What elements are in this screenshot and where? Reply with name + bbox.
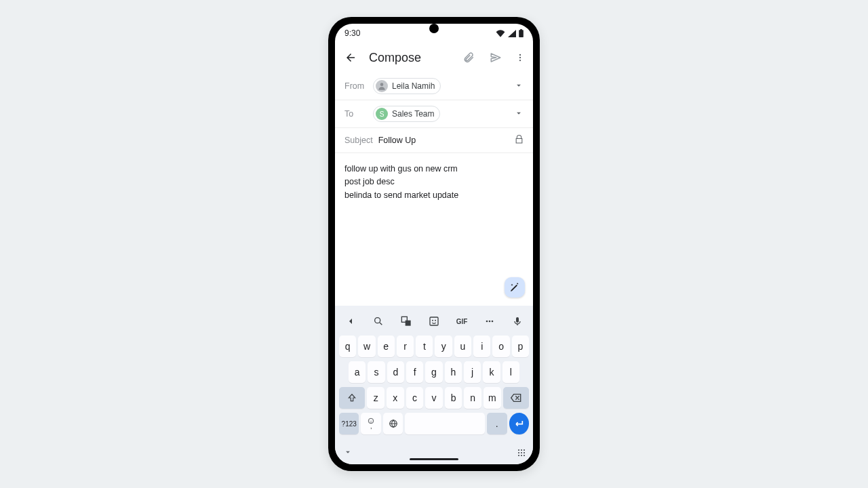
kb-row-1: q w e r t y u i o p (338, 336, 530, 357)
sticker-icon (429, 316, 439, 327)
svg-point-2 (519, 60, 521, 61)
email-body[interactable]: follow up with gus on new crm post job d… (335, 153, 533, 306)
svg-point-11 (489, 321, 491, 323)
key-symbols[interactable]: ?123 (339, 413, 359, 434)
key-w[interactable]: w (358, 336, 375, 357)
key-k[interactable]: k (483, 361, 500, 383)
key-u[interactable]: u (454, 336, 471, 357)
status-icons (496, 29, 524, 37)
kb-search[interactable] (370, 312, 387, 330)
wifi-icon (496, 30, 505, 37)
key-space[interactable] (405, 413, 485, 434)
key-t[interactable]: t (416, 336, 433, 357)
kb-collapse[interactable] (343, 447, 353, 459)
kb-sticker[interactable] (425, 312, 443, 330)
key-v[interactable]: v (425, 387, 443, 409)
key-g[interactable]: g (425, 361, 442, 383)
key-d[interactable]: d (387, 361, 404, 383)
magic-pen-icon (509, 282, 520, 293)
svg-point-8 (432, 320, 433, 321)
kb-mic[interactable] (509, 312, 526, 330)
key-r[interactable]: r (397, 336, 414, 357)
key-m[interactable]: m (484, 387, 501, 409)
kb-more[interactable] (481, 312, 498, 330)
from-expand[interactable] (514, 81, 524, 92)
more-button[interactable] (515, 50, 525, 65)
battery-icon (519, 29, 524, 37)
key-z[interactable]: z (367, 387, 384, 409)
keyboard: GIF q w e r t y u i o p a s d f g (335, 306, 533, 441)
subject-field[interactable]: Subject Follow Up (335, 128, 533, 153)
key-f[interactable]: f (406, 361, 423, 383)
key-period[interactable]: . (487, 413, 507, 434)
key-s[interactable]: s (368, 361, 384, 383)
lock-button[interactable] (515, 135, 524, 146)
to-chip[interactable]: S Sales Team (373, 106, 440, 122)
svg-point-9 (435, 320, 436, 321)
kb-translate[interactable] (397, 312, 415, 330)
key-e[interactable]: e (378, 336, 395, 357)
key-c[interactable]: c (406, 387, 424, 409)
kb-row-2: a s d f g h j k l (338, 361, 530, 383)
back-button[interactable] (343, 50, 358, 65)
svg-point-12 (492, 321, 494, 323)
body-line: follow up with gus on new crm (344, 163, 524, 176)
key-j[interactable]: j (464, 361, 481, 383)
svg-rect-7 (430, 317, 438, 325)
magic-compose-button[interactable] (505, 277, 525, 298)
key-p[interactable]: p (512, 336, 529, 357)
translate-icon (401, 316, 412, 327)
app-bar: Compose (335, 43, 533, 73)
to-field[interactable]: To S Sales Team (335, 100, 533, 128)
svg-point-1 (519, 57, 521, 58)
from-label: From (344, 81, 373, 91)
phone-frame: 9:30 Compose (328, 17, 540, 471)
key-l[interactable]: l (502, 361, 519, 383)
svg-point-4 (375, 318, 380, 323)
attach-button[interactable] (461, 50, 476, 65)
from-chip[interactable]: Leila Namih (373, 78, 441, 94)
arrow-left-icon (344, 52, 357, 64)
kb-back[interactable] (342, 312, 359, 330)
send-button[interactable] (488, 50, 503, 65)
mic-icon (512, 316, 523, 327)
key-o[interactable]: o (492, 336, 509, 357)
shift-icon (347, 393, 357, 403)
send-icon (490, 52, 502, 64)
key-emoji[interactable]: , (361, 413, 380, 434)
gesture-handle[interactable] (410, 458, 458, 460)
search-icon (373, 316, 384, 327)
kb-row-4: ?123 , . (338, 413, 530, 434)
key-y[interactable]: y (435, 336, 452, 357)
kb-gif[interactable]: GIF (453, 312, 471, 330)
key-x[interactable]: x (387, 387, 404, 409)
key-i[interactable]: i (473, 336, 490, 357)
from-avatar (376, 80, 388, 92)
subject-text: Follow Up (378, 136, 416, 145)
body-line: post job desc (344, 176, 524, 188)
svg-point-10 (486, 321, 488, 323)
subject-label: Subject (344, 136, 373, 145)
globe-icon (389, 419, 398, 428)
lock-icon (515, 135, 524, 144)
key-enter[interactable] (509, 413, 529, 434)
to-expand[interactable] (514, 108, 524, 120)
kb-switcher[interactable] (518, 449, 526, 457)
chevron-down-icon (514, 81, 524, 90)
key-h[interactable]: h (445, 361, 462, 383)
chevron-down-icon (514, 108, 524, 118)
key-a[interactable]: a (349, 361, 366, 383)
key-q[interactable]: q (339, 336, 356, 357)
key-shift[interactable] (339, 387, 365, 409)
nav-bar (335, 441, 533, 464)
enter-icon (513, 419, 524, 428)
key-language[interactable] (383, 413, 403, 434)
keyboard-toolbar: GIF (338, 310, 530, 336)
key-b[interactable]: b (445, 387, 462, 409)
chevron-left-icon (345, 316, 356, 327)
key-n[interactable]: n (464, 387, 481, 409)
svg-rect-13 (516, 317, 519, 323)
key-backspace[interactable] (503, 387, 529, 409)
from-field[interactable]: From Leila Namih (335, 73, 533, 100)
chevron-down-icon (343, 447, 353, 457)
